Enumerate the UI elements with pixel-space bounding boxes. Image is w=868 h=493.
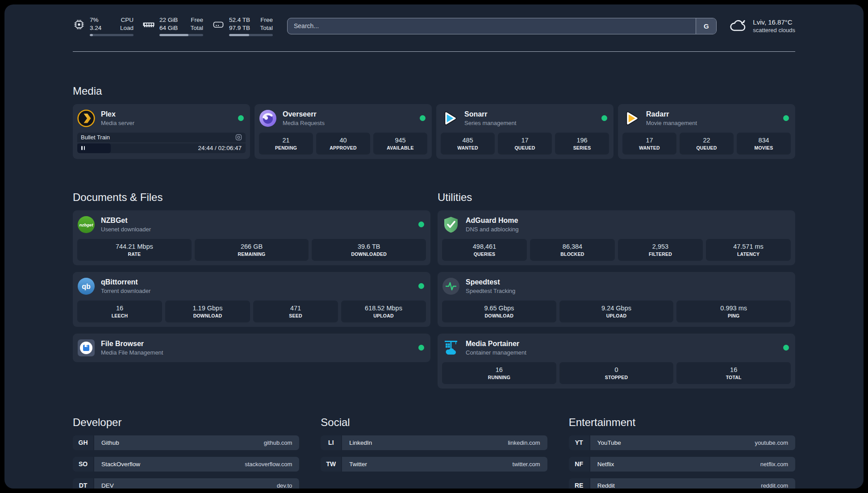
section-title-utilities: Utilities	[438, 191, 795, 204]
service-name: NZBGet	[101, 217, 151, 225]
memory-total-label: Total	[190, 24, 203, 32]
bookmark-youtube[interactable]: YT YouTube youtube.com	[569, 435, 795, 450]
memory-free-label: Free	[190, 16, 203, 24]
service-description: Media File Management	[101, 349, 163, 356]
bookmark-abbr: NF	[569, 457, 589, 472]
service-name: Radarr	[646, 110, 697, 118]
filebrowser-icon	[77, 339, 95, 357]
cpu-monitor: 7% 3.24 CPU Load	[73, 16, 134, 36]
top-bar: 7% 3.24 CPU Load	[73, 4, 795, 36]
stat-upload: 618.52 Mbps UPLOAD	[341, 301, 426, 322]
svg-text:qb: qb	[82, 283, 91, 290]
bookmark-github[interactable]: GH Github github.com	[73, 435, 299, 450]
stat-leech: 16 LEECH	[77, 301, 162, 322]
service-card-plex[interactable]: Plex Media server Bullet Train	[73, 104, 250, 159]
section-utilities: Utilities	[438, 191, 795, 389]
bookmark-group-social: Social LI LinkedIn linkedin.com TW Twitt…	[321, 416, 547, 489]
section-title-social: Social	[321, 416, 547, 429]
service-card-sonarr[interactable]: Sonarr Series management 485 WANTED 17 Q…	[436, 104, 613, 159]
status-dot	[418, 283, 424, 289]
bookmark-dev[interactable]: DT DEV dev.to	[73, 478, 299, 489]
service-description: Media server	[101, 120, 134, 126]
bookmark-abbr: LI	[321, 435, 341, 450]
cpu-load-label: Load	[120, 24, 134, 32]
memory-free-value: 22 GiB	[159, 16, 178, 24]
cpu-usage-value: 7%	[90, 16, 101, 24]
status-dot	[420, 115, 426, 121]
service-card-nzbget[interactable]: nzbget NZBGet Usenet downloader 74	[73, 210, 430, 265]
speedtest-icon	[442, 277, 460, 295]
service-card-adguard[interactable]: AdGuard Home DNS and adblocking 498,461 …	[438, 210, 795, 265]
disk-icon	[212, 18, 225, 31]
cpu-icon	[73, 18, 85, 31]
weather-condition: scattered clouds	[753, 27, 795, 33]
bookmark-twitter[interactable]: TW Twitter twitter.com	[321, 457, 547, 472]
bookmark-url: reddit.com	[761, 482, 788, 489]
service-description: Torrent downloader	[101, 288, 150, 294]
disk-progress-fill	[229, 34, 249, 36]
stat-wanted: 485 WANTED	[441, 133, 495, 155]
bookmark-name: Github	[101, 439, 119, 446]
service-card-filebrowser[interactable]: File Browser Media File Management	[73, 334, 430, 362]
search-input[interactable]	[287, 18, 717, 34]
bookmark-name: YouTube	[597, 439, 621, 446]
now-playing-session-icon	[235, 134, 242, 141]
bookmark-linkedin[interactable]: LI LinkedIn linkedin.com	[321, 435, 547, 450]
stat-latency: 47.571 ms LATENCY	[706, 239, 791, 261]
cloud-icon	[729, 19, 747, 33]
bookmark-url: netflix.com	[760, 461, 788, 468]
service-name: Sonarr	[464, 110, 516, 118]
memory-icon	[142, 18, 155, 31]
memory-total-value: 64 GiB	[159, 24, 178, 32]
bookmark-abbr: GH	[73, 435, 93, 450]
stat-pending: 21 PENDING	[259, 133, 313, 155]
stat-download: 9.65 Gbps DOWNLOAD	[442, 301, 556, 322]
stat-download: 1.19 Gbps DOWNLOAD	[165, 301, 250, 322]
pause-icon	[81, 146, 85, 150]
service-card-radarr[interactable]: Radarr Movie management 17 WANTED 22 QUE…	[618, 104, 795, 159]
service-description: Media Requests	[283, 120, 325, 126]
disk-total-label: Total	[260, 24, 273, 32]
now-playing-title: Bullet Train	[81, 134, 110, 141]
adguard-icon	[442, 216, 460, 234]
section-title-documents: Documents & Files	[73, 191, 430, 204]
service-card-qbittorrent[interactable]: qb qBittorrent Torrent downloader	[73, 272, 430, 327]
disk-progress-bar	[229, 34, 273, 36]
service-description: Movie management	[646, 120, 697, 126]
service-card-portainer[interactable]: Media Portainer Container management 16 …	[438, 334, 795, 389]
search-provider-button[interactable]: G	[696, 18, 716, 34]
dashboard-page: 7% 3.24 CPU Load	[4, 4, 864, 489]
service-description: Container management	[466, 349, 526, 356]
service-name: Media Portainer	[466, 340, 526, 348]
section-documents: Documents & Files nzbget	[73, 191, 430, 362]
service-description: DNS and adblocking	[466, 226, 519, 233]
memory-progress-fill	[159, 34, 188, 36]
section-title-media: Media	[73, 85, 795, 97]
bookmark-abbr: DT	[73, 478, 93, 489]
bookmark-abbr: TW	[321, 457, 341, 472]
bookmark-name: StackOverflow	[101, 461, 140, 468]
stat-remaining: 266 GB REMAINING	[195, 239, 309, 261]
search-bar: G	[287, 18, 717, 34]
bookmark-name: Twitter	[349, 461, 367, 468]
section-title-developer: Developer	[73, 416, 299, 429]
service-card-speedtest[interactable]: Speedtest Speedtest Tracking 9.65 Gbps D…	[438, 272, 795, 327]
stat-blocked: 86,384 BLOCKED	[530, 239, 615, 261]
bookmark-netflix[interactable]: NF Netflix netflix.com	[569, 457, 795, 472]
bookmark-name: LinkedIn	[349, 439, 372, 446]
nzbget-icon: nzbget	[77, 216, 95, 234]
disk-free-label: Free	[260, 16, 273, 24]
memory-monitor: 22 GiB 64 GiB Free Total	[142, 16, 203, 36]
resource-monitors: 7% 3.24 CPU Load	[73, 16, 273, 36]
stat-movies: 834 MOVIES	[737, 133, 791, 155]
service-card-overseerr[interactable]: Overseerr Media Requests 21 PENDING 40 A…	[255, 104, 432, 159]
bookmark-name: Reddit	[597, 482, 615, 489]
stat-running: 16 RUNNING	[442, 362, 556, 384]
bookmark-stackoverflow[interactable]: SO StackOverflow stackoverflow.com	[73, 457, 299, 472]
disk-monitor: 52.4 TB 97.9 TB Free Total	[212, 16, 273, 36]
plex-icon	[77, 109, 95, 127]
stat-wanted: 17 WANTED	[622, 133, 676, 155]
bookmark-reddit[interactable]: RE Reddit reddit.com	[569, 478, 795, 489]
stat-queries: 498,461 QUERIES	[442, 239, 527, 261]
status-dot	[238, 115, 244, 121]
